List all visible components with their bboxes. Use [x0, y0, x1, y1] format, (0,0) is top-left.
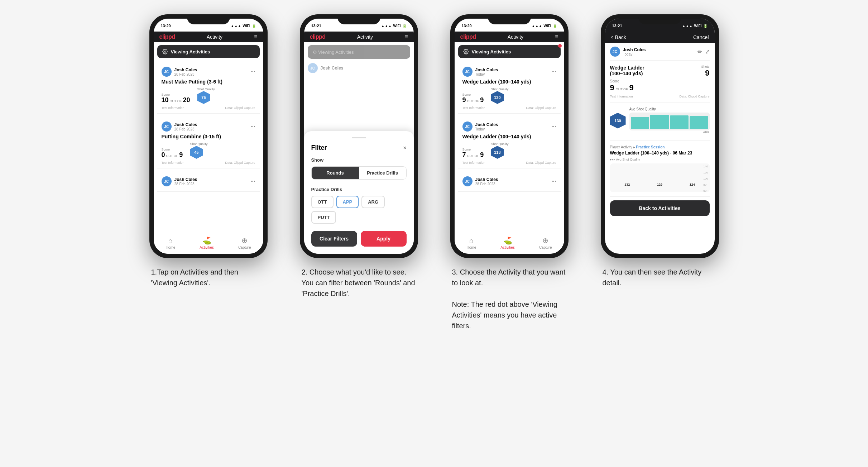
detail-action-icons: ✏ ⤢ [697, 48, 710, 55]
notch-2 [337, 14, 380, 24]
signal-icon-2: ▲▲▲ [381, 24, 392, 28]
back-to-activities-button[interactable]: Back to Activities [610, 200, 710, 216]
drill-btn-putt[interactable]: PUTT [311, 211, 336, 224]
user-details-1-1: Josh Coles 28 Feb 2023 [174, 67, 197, 76]
detail-info-4: Test Information [610, 95, 633, 98]
phone-section-2: 13:21 ▲▲▲ WiFi 🔋 clippd Activity ≡ ⚙ Vie… [294, 14, 423, 299]
user-date-3-2: Today [475, 127, 498, 131]
stats-row-3-2: Score 7 OUT OF 9 Shot Quality 118 [462, 142, 556, 159]
caption-2: 2. Choose what you'd like to see. You ca… [302, 267, 416, 299]
user-info-4: JC Josh Coles Today [610, 47, 646, 57]
blurred-user-2: JC Josh Coles [308, 63, 344, 73]
drill-btn-arg[interactable]: ARG [361, 196, 385, 208]
card-footer-3-1: Test Information Data: Clippd Capture [462, 106, 556, 110]
viewing-banner-3[interactable]: Viewing Activities [458, 45, 561, 58]
home-icon-3: ⌂ [469, 237, 474, 245]
status-icons-1: ▲▲▲ WiFi 🔋 [231, 24, 256, 28]
modal-handle [352, 137, 366, 138]
expand-icon-4[interactable]: ⤢ [705, 48, 710, 55]
shot-quality-hex-3-1: 130 [491, 91, 504, 104]
menu-icon-1[interactable]: ≡ [254, 34, 257, 40]
app-nav-2: clippd Activity ≡ [304, 32, 414, 42]
avatar-1-1: JC [162, 67, 172, 77]
drill-btn-ott[interactable]: OTT [311, 196, 334, 208]
phone-screen-2: 13:21 ▲▲▲ WiFi 🔋 clippd Activity ≡ ⚙ Vie… [304, 19, 414, 254]
sq-label-1-2: Shot Quality [190, 142, 207, 146]
activity-card-1-2[interactable]: JC Josh Coles 28 Feb 2023 ··· Putting Co… [157, 118, 260, 168]
toggle-practice-drills[interactable]: Practice Drills [359, 167, 406, 179]
detail-nav-4: < Back Cancel [605, 32, 715, 43]
practice-session-section: Player Activity ▸ Practice Session Wedge… [610, 141, 710, 197]
bottom-nav-activities-1[interactable]: ⛳ Activities [200, 236, 214, 249]
cancel-button-4[interactable]: Cancel [693, 34, 709, 40]
toggle-rounds[interactable]: Rounds [312, 167, 359, 179]
bottom-nav-home-3[interactable]: ⌂ Home [467, 237, 476, 249]
viewing-banner-text-3: Viewing Activities [472, 49, 511, 54]
activity-card-3-1[interactable]: JC Josh Coles Today ··· Wedge Ladder (10… [458, 63, 561, 114]
activity-card-1-3[interactable]: JC Josh Coles 28 Feb 2023 ··· [157, 173, 260, 192]
score-val-3-2: 7 [462, 151, 466, 159]
card-info-1-1: Test Information [162, 106, 184, 110]
menu-icon-3[interactable]: ≡ [555, 34, 558, 40]
drill-date-title: Wedge Ladder (100–140 yds) - 06 Mar 23 [610, 151, 710, 156]
bottom-nav-home-1[interactable]: ⌂ Home [166, 237, 176, 249]
dots-menu-1-1[interactable]: ··· [250, 68, 255, 75]
battery-icon-1: 🔋 [252, 24, 256, 28]
y-label-60: 60 [703, 189, 708, 192]
close-button[interactable]: × [403, 145, 406, 151]
user-info-1-2: JC Josh Coles 28 Feb 2023 [162, 121, 197, 132]
bar-label-3: 124 [690, 183, 695, 186]
chart2-container: 132 129 124 [610, 163, 710, 192]
user-name-3-1: Josh Coles [475, 67, 498, 72]
user-details-1-3: Josh Coles 28 Feb 2023 [174, 177, 197, 186]
viewing-banner-text-1: Viewing Activities [171, 49, 210, 54]
user-name-4: Josh Coles [623, 47, 646, 52]
avatar-1-3: JC [162, 176, 172, 186]
capture-label-1: Capture [238, 246, 251, 249]
avg-sq-section: 130 Avg Shot Quality APP [610, 103, 710, 141]
dots-menu-3-3[interactable]: ··· [551, 178, 556, 185]
clear-filters-button[interactable]: Clear Filters [311, 231, 357, 247]
activity-card-1-1[interactable]: JC Josh Coles 28 Feb 2023 ··· Must Make … [157, 63, 260, 114]
stat-block-sq-3-1: Shot Quality 130 [491, 87, 508, 104]
outof-1-1: OUT OF [170, 99, 182, 103]
apply-button[interactable]: Apply [361, 231, 407, 247]
card-info-3-1: Test Information [462, 106, 485, 110]
card-header-1-2: JC Josh Coles 28 Feb 2023 ··· [162, 121, 255, 132]
avatar-1-2: JC [162, 121, 172, 132]
phone-frame-4: 13:21 ▲▲▲ WiFi 🔋 < Back Cancel JC [601, 14, 719, 258]
dots-menu-1-3[interactable]: ··· [250, 178, 255, 185]
detail-shots-val: 9 [629, 83, 634, 92]
status-icons-2: ▲▲▲ WiFi 🔋 [381, 24, 407, 28]
viewing-banner-1[interactable]: Viewing Activities [157, 45, 260, 58]
activity-card-3-3[interactable]: JC Josh Coles 28 Feb 2023 ··· [458, 173, 561, 192]
bottom-nav-capture-3[interactable]: ⊕ Capture [539, 236, 552, 249]
stat-outof-row-3-1: 9 OUT OF 9 [462, 96, 484, 104]
user-name-1-2: Josh Coles [174, 122, 197, 127]
menu-icon-2[interactable]: ≡ [404, 34, 408, 40]
activity-card-3-2[interactable]: JC Josh Coles Today ··· Wedge Ladder (10… [458, 118, 561, 168]
user-info-3-1: JC Josh Coles Today [462, 67, 498, 77]
dots-menu-1-2[interactable]: ··· [250, 123, 255, 130]
shots-label-right: Shots [701, 65, 709, 68]
bottom-nav-capture-1[interactable]: ⊕ Capture [238, 236, 251, 249]
dots-menu-3-1[interactable]: ··· [551, 68, 556, 75]
bottom-nav-activities-3[interactable]: ⛳ Activities [500, 236, 514, 249]
phone-screen-1: 13:20 ▲▲▲ WiFi 🔋 clippd Activity ≡ [154, 19, 263, 254]
card-info-1-2: Test Information [162, 161, 184, 165]
nav-title-3: Activity [508, 34, 523, 40]
chart-bar-3 [670, 115, 689, 129]
drill-btn-app[interactable]: APP [336, 196, 359, 208]
shots-val-1-2: 9 [179, 151, 183, 159]
time-1: 13:20 [161, 24, 171, 28]
edit-icon-4[interactable]: ✏ [697, 48, 702, 55]
dots-menu-3-2[interactable]: ··· [551, 123, 556, 130]
back-button-4[interactable]: < Back [611, 34, 626, 40]
caption-3: 3. Choose the Activity that you want to … [452, 267, 567, 331]
user-info-1-3: JC Josh Coles 28 Feb 2023 [162, 176, 197, 186]
modal-header: Filter × [311, 144, 407, 152]
phone-frame-2: 13:21 ▲▲▲ WiFi 🔋 clippd Activity ≡ ⚙ Vie… [300, 14, 418, 258]
outof-1-2: OUT OF [166, 154, 178, 158]
card-info-3-2: Test Information [462, 161, 485, 165]
score-label-3-2: Score [462, 148, 484, 151]
